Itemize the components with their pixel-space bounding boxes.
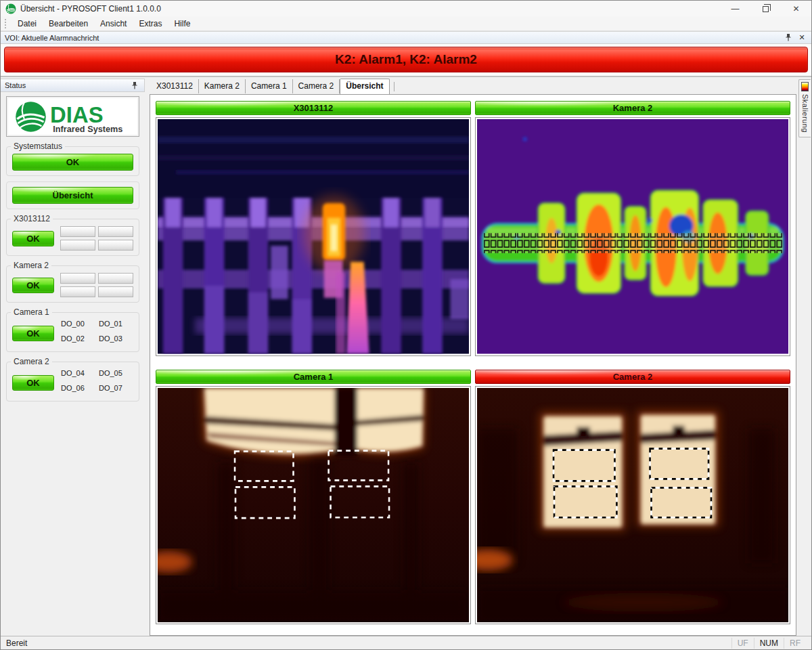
camera-header: Camera 1 bbox=[156, 370, 471, 384]
camera-header: X3013112 bbox=[156, 101, 471, 115]
thermal-image-kamera2 bbox=[475, 117, 790, 356]
minimize-button[interactable]: — bbox=[720, 1, 750, 16]
status-bar: Bereit UF NUM RF bbox=[1, 636, 811, 649]
alarm-message: K2: Alarm1, K2: Alarm2 bbox=[335, 52, 477, 67]
alarm-panel: VOI: Aktuelle Alarmnachricht ✕ K2: Alarm… bbox=[1, 31, 811, 77]
dias-logo: DIAS Infrared Systems bbox=[6, 96, 139, 137]
overview-group: Übersicht bbox=[6, 181, 139, 209]
do-button[interactable]: DO_02 bbox=[61, 334, 95, 347]
output-lamps bbox=[60, 273, 133, 297]
restore-icon bbox=[763, 6, 769, 12]
do-button[interactable]: DO_01 bbox=[99, 320, 133, 332]
device-group-label: Camera 1 bbox=[11, 307, 52, 317]
skalierung-label: Skalierung bbox=[801, 94, 809, 133]
thermal-image-camera2 bbox=[475, 386, 790, 625]
do-button[interactable]: DO_06 bbox=[61, 384, 95, 396]
camera-header-label: Camera 1 bbox=[294, 372, 334, 382]
do-button[interactable]: DO_05 bbox=[99, 369, 133, 381]
indicator-rf: RF bbox=[784, 638, 806, 649]
device-ok-button[interactable]: OK bbox=[12, 231, 54, 246]
tab-uebersicht[interactable]: Übersicht bbox=[340, 79, 389, 94]
dock-area: Status DIAS Infrared Systems bbox=[1, 77, 811, 636]
digital-outputs: DO_00 DO_01 DO_02 DO_03 bbox=[61, 320, 133, 347]
lamp bbox=[98, 286, 133, 297]
sidebar-header: Status bbox=[1, 79, 145, 92]
alarm-panel-title: VOI: Aktuelle Alarmnachricht bbox=[5, 34, 99, 42]
systemstatus-ok-button[interactable]: OK bbox=[12, 154, 133, 171]
menu-datei[interactable]: Datei bbox=[12, 17, 43, 30]
close-panel-icon[interactable]: ✕ bbox=[796, 32, 807, 43]
device-ok-button[interactable]: OK bbox=[12, 326, 54, 341]
device-group-label: Camera 2 bbox=[11, 357, 52, 366]
tab-separator bbox=[394, 82, 394, 91]
device-group-camera2: Camera 2 OK DO_04 DO_05 DO_06 DO_07 bbox=[6, 362, 139, 402]
lamp bbox=[60, 286, 95, 297]
tab-kamera2[interactable]: Kamera 2 bbox=[199, 79, 246, 93]
overview-content: X3013112 bbox=[150, 94, 796, 636]
device-group-camera1: Camera 1 OK DO_00 DO_01 DO_02 DO_03 bbox=[6, 312, 139, 352]
device-group-kamera2: Kamera 2 OK bbox=[6, 265, 139, 303]
camera-cell-camera1: Camera 1 bbox=[156, 370, 471, 625]
menu-bearbeiten[interactable]: Bearbeiten bbox=[43, 17, 94, 30]
camera-header: Kamera 2 bbox=[475, 101, 790, 115]
digital-outputs: DO_04 DO_05 DO_06 DO_07 bbox=[61, 369, 133, 396]
alarm-panel-body: K2: Alarm1, K2: Alarm2 bbox=[1, 44, 811, 77]
close-button[interactable]: ✕ bbox=[781, 1, 811, 16]
menu-grip-handle[interactable] bbox=[4, 18, 7, 29]
lamp bbox=[60, 273, 95, 284]
tab-strip: X3013112 Kamera 2 Camera 1 Camera 2 Über… bbox=[150, 79, 798, 94]
status-ready-text: Bereit bbox=[6, 638, 27, 648]
lamp bbox=[98, 273, 133, 284]
camera-cell-x3013112: X3013112 bbox=[156, 101, 471, 356]
menu-bar: Datei Bearbeiten Ansicht Extras Hilfe bbox=[1, 16, 811, 31]
sidebar-splitter[interactable] bbox=[145, 77, 150, 636]
device-ok-button[interactable]: OK bbox=[12, 278, 54, 293]
right-dock-strip: Skalierung bbox=[798, 77, 811, 636]
systemstatus-group: Systemstatus OK bbox=[6, 146, 139, 176]
camera-cell-camera2: Camera 2 bbox=[475, 370, 790, 625]
main-area: X3013112 Kamera 2 Camera 1 Camera 2 Über… bbox=[150, 77, 798, 636]
do-button[interactable]: DO_04 bbox=[61, 369, 95, 381]
status-sidebar: Status DIAS Infrared Systems bbox=[1, 77, 145, 636]
device-group-x3013112: X3013112 OK bbox=[6, 219, 139, 256]
thermal-image-x3013112 bbox=[156, 117, 471, 356]
camera-header: Camera 2 bbox=[475, 370, 790, 384]
application-window: Übersicht - PYROSOFT Client1 1.0.0.0 — ✕… bbox=[0, 0, 812, 650]
do-button[interactable]: DO_07 bbox=[99, 384, 133, 396]
camera-cell-kamera2: Kamera 2 bbox=[475, 101, 790, 356]
tab-x3013112[interactable]: X3013112 bbox=[151, 79, 199, 93]
skalierung-tab[interactable]: Skalierung bbox=[798, 79, 811, 137]
lamp bbox=[98, 240, 133, 251]
indicator-uf: UF bbox=[731, 638, 754, 649]
title-bar: Übersicht - PYROSOFT Client1 1.0.0.0 — ✕ bbox=[1, 1, 811, 16]
app-logo-icon bbox=[5, 3, 16, 14]
output-lamps bbox=[60, 226, 133, 251]
sidebar-title: Status bbox=[5, 81, 26, 89]
logo-subtitle: Infrared Systems bbox=[53, 123, 122, 133]
camera-header-label: Kamera 2 bbox=[613, 103, 653, 113]
device-group-label: Kamera 2 bbox=[11, 261, 51, 270]
menu-hilfe[interactable]: Hilfe bbox=[168, 17, 196, 30]
color-scale-icon bbox=[801, 82, 809, 91]
camera-header-label: Camera 2 bbox=[613, 372, 653, 382]
do-button[interactable]: DO_00 bbox=[61, 320, 95, 332]
lamp bbox=[60, 240, 95, 251]
alarm-banner: K2: Alarm1, K2: Alarm2 bbox=[4, 47, 808, 72]
sidebar-pin-icon[interactable] bbox=[129, 81, 140, 91]
menu-extras[interactable]: Extras bbox=[133, 17, 168, 30]
overview-button[interactable]: Übersicht bbox=[12, 187, 133, 204]
indicator-num: NUM bbox=[754, 638, 784, 649]
restore-button[interactable] bbox=[750, 1, 781, 16]
tab-camera1[interactable]: Camera 1 bbox=[246, 79, 293, 93]
tab-camera2[interactable]: Camera 2 bbox=[293, 79, 340, 93]
lamp bbox=[98, 226, 133, 237]
alarm-panel-header: VOI: Aktuelle Alarmnachricht ✕ bbox=[1, 31, 811, 44]
menu-ansicht[interactable]: Ansicht bbox=[94, 17, 133, 30]
device-group-label: X3013112 bbox=[11, 214, 53, 223]
lamp bbox=[60, 226, 95, 237]
window-title: Übersicht - PYROSOFT Client1 1.0.0.0 bbox=[20, 4, 161, 14]
camera-header-label: X3013112 bbox=[294, 103, 334, 113]
do-button[interactable]: DO_03 bbox=[99, 334, 133, 347]
pin-icon[interactable] bbox=[783, 32, 794, 43]
device-ok-button[interactable]: OK bbox=[12, 375, 54, 391]
